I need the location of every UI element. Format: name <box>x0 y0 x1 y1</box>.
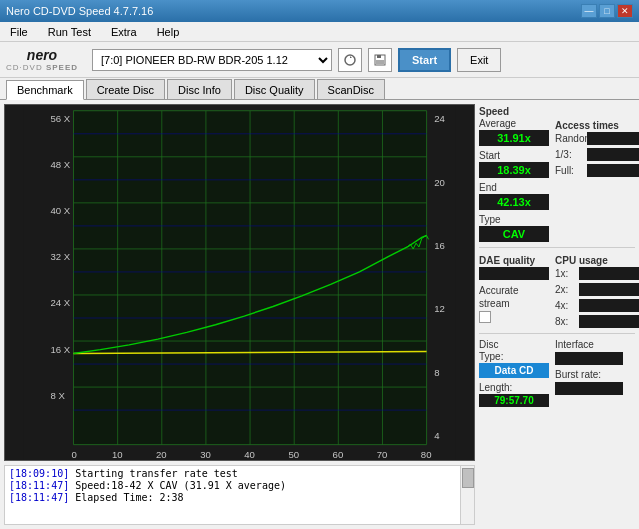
speed-left-col: Average 31.91x Start 18.39x End 42.13x T… <box>479 118 549 242</box>
interface-label: Interface <box>555 339 623 350</box>
title-bar-text: Nero CD-DVD Speed 4.7.7.16 <box>6 5 153 17</box>
full-row: Full: <box>555 164 639 177</box>
disc-type-label: Disc <box>479 339 549 350</box>
tab-disc-info[interactable]: Disc Info <box>167 79 232 99</box>
end-label: End <box>479 182 549 193</box>
stream-label: stream <box>479 298 510 309</box>
log-text-2: Speed:18-42 X CAV (31.91 X average) <box>75 480 286 491</box>
svg-text:40 X: 40 X <box>50 205 70 216</box>
dae-section-title: DAE quality <box>479 255 549 266</box>
svg-text:20: 20 <box>434 177 445 188</box>
cpu-1x-value <box>579 267 639 280</box>
log-line-1: [18:09:10] Starting transfer rate test <box>9 468 456 479</box>
access-times-title: Access times <box>555 120 639 131</box>
toolbar: nero CD·DVD SPEED [7:0] PIONEER BD-RW BD… <box>0 42 639 78</box>
burst-value <box>555 382 623 395</box>
disc-interface-row: Disc Type: Data CD Length: 79:57.70 Inte… <box>479 339 635 407</box>
disc-label: Disc <box>479 339 498 350</box>
accurate-stream-checkbox[interactable] <box>479 311 491 323</box>
full-label: Full: <box>555 165 583 176</box>
drive-select[interactable]: [7:0] PIONEER BD-RW BDR-205 1.12 <box>92 49 332 71</box>
cpu-1x-row: 1x: <box>555 267 639 280</box>
one-third-label: 1/3: <box>555 149 583 160</box>
menu-file[interactable]: File <box>4 24 34 40</box>
minimize-button[interactable]: — <box>581 4 597 18</box>
svg-text:70: 70 <box>377 449 388 460</box>
cpu-2x-row: 2x: <box>555 283 639 296</box>
random-row: Random: <box>555 132 639 145</box>
svg-text:48 X: 48 X <box>50 159 70 170</box>
refresh-icon <box>343 53 357 67</box>
cpu-2x-value <box>579 283 639 296</box>
start-button[interactable]: Start <box>398 48 451 72</box>
full-value <box>587 164 639 177</box>
accurate-label: Accurate <box>479 285 518 296</box>
disc-length-value: 79:57.70 <box>479 394 549 407</box>
cpu-4x-row: 4x: <box>555 299 639 312</box>
speed-section-title: Speed <box>479 106 635 117</box>
benchmark-chart: 56 X 48 X 40 X 32 X 24 X 16 X 8 X 24 20 … <box>5 105 474 460</box>
log-scrollbar[interactable] <box>460 466 474 524</box>
svg-text:16 X: 16 X <box>50 344 70 355</box>
log-time-2: [18:11:47] <box>9 480 69 491</box>
exit-button[interactable]: Exit <box>457 48 501 72</box>
log-scroll-thumb[interactable] <box>462 468 474 488</box>
log-area: [18:09:10] Starting transfer rate test [… <box>4 465 475 525</box>
dae-cpu-row: DAE quality Accurate stream CPU usage 1x… <box>479 253 635 328</box>
svg-text:12: 12 <box>434 303 445 314</box>
tab-bar: Benchmark Create Disc Disc Info Disc Qua… <box>0 78 639 100</box>
disc-type-sublabel: Type: <box>479 351 549 362</box>
tab-disc-quality[interactable]: Disc Quality <box>234 79 315 99</box>
tab-create-disc[interactable]: Create Disc <box>86 79 165 99</box>
tab-benchmark[interactable]: Benchmark <box>6 80 84 100</box>
svg-text:60: 60 <box>333 449 344 460</box>
menu-run-test[interactable]: Run Test <box>42 24 97 40</box>
disc-type-value: Data CD <box>479 363 549 378</box>
maximize-button[interactable]: □ <box>599 4 615 18</box>
log-time-3: [18:11:47] <box>9 492 69 503</box>
access-times-col: Access times Random: 1/3: Full: <box>555 118 639 242</box>
log-text-3: Elapsed Time: 2:38 <box>75 492 183 503</box>
svg-text:0: 0 <box>72 449 77 460</box>
log-content: [18:09:10] Starting transfer rate test [… <box>5 466 460 524</box>
svg-text:56 X: 56 X <box>50 113 70 124</box>
svg-text:8 X: 8 X <box>50 390 65 401</box>
cpu-4x-label: 4x: <box>555 300 575 311</box>
svg-text:10: 10 <box>112 449 123 460</box>
svg-text:24 X: 24 X <box>50 297 70 308</box>
average-value: 31.91x <box>479 130 549 146</box>
average-label: Average <box>479 118 549 129</box>
random-value <box>587 132 639 145</box>
tab-scan-disc[interactable]: ScanDisc <box>317 79 385 99</box>
log-text-1: Starting transfer rate test <box>75 468 238 479</box>
refresh-drive-button[interactable] <box>338 48 362 72</box>
speed-section: Speed Average 31.91x Start 18.39x End 42… <box>479 104 635 242</box>
save-button[interactable] <box>368 48 392 72</box>
speed-stats: Average 31.91x Start 18.39x End 42.13x T… <box>479 118 635 242</box>
save-icon <box>373 53 387 67</box>
title-bar: Nero CD-DVD Speed 4.7.7.16 — □ ✕ <box>0 0 639 22</box>
one-third-row: 1/3: <box>555 148 639 161</box>
svg-text:50: 50 <box>288 449 299 460</box>
log-line-2: [18:11:47] Speed:18-42 X CAV (31.91 X av… <box>9 480 456 491</box>
cpu-8x-row: 8x: <box>555 315 639 328</box>
menu-extra[interactable]: Extra <box>105 24 143 40</box>
dae-value <box>479 267 549 280</box>
menu-bar: File Run Test Extra Help <box>0 22 639 42</box>
close-button[interactable]: ✕ <box>617 4 633 18</box>
menu-help[interactable]: Help <box>151 24 186 40</box>
log-time-1: [18:09:10] <box>9 468 69 479</box>
nero-brand-bottom: CD·DVD SPEED <box>6 63 78 72</box>
svg-rect-3 <box>376 60 384 64</box>
right-panel: Speed Average 31.91x Start 18.39x End 42… <box>479 100 639 529</box>
title-bar-controls: — □ ✕ <box>581 4 633 18</box>
chart-area: 56 X 48 X 40 X 32 X 24 X 16 X 8 X 24 20 … <box>4 104 475 461</box>
random-label: Random: <box>555 133 583 144</box>
svg-text:8: 8 <box>434 367 439 378</box>
disc-info-section: Disc Type: Data CD Length: 79:57.70 <box>479 339 549 407</box>
svg-text:30: 30 <box>200 449 211 460</box>
cpu-1x-label: 1x: <box>555 268 575 279</box>
cpu-2x-label: 2x: <box>555 284 575 295</box>
end-value: 42.13x <box>479 194 549 210</box>
nero-logo: nero CD·DVD SPEED <box>6 47 78 72</box>
